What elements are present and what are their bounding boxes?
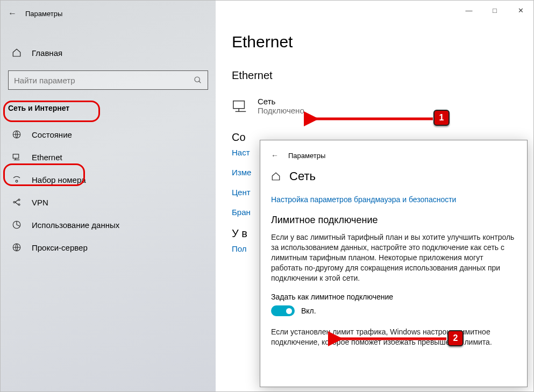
metered-note: Если установлен лимит трафика, Windows н…: [271, 327, 516, 347]
sidebar-nav: Состояние Ethernet Набор номера VPN: [1, 123, 216, 259]
sidebar-item-vpn[interactable]: VPN: [1, 191, 216, 213]
page-subtitle: Ethernet: [232, 69, 517, 82]
metered-toggle-state: Вкл.: [301, 307, 316, 315]
sidebar-item-ethernet[interactable]: Ethernet: [1, 146, 216, 168]
search-input[interactable]: [14, 76, 194, 85]
sidebar: ← Параметры Главная Сеть и Интернет Сост…: [1, 1, 216, 391]
svg-rect-14: [233, 101, 245, 109]
back-icon[interactable]: ←: [8, 9, 17, 18]
close-button[interactable]: ✕: [508, 1, 533, 20]
annotation-badge-1: 1: [433, 110, 450, 126]
network-popup: ← Параметры Сеть Настройка параметров бр…: [260, 140, 528, 387]
annotation-badge-2: 2: [447, 330, 464, 346]
metered-toggle-row: Вкл.: [271, 305, 516, 316]
sidebar-item-label: Состояние: [32, 130, 72, 139]
svg-point-7: [13, 202, 15, 203]
network-status: Подключено: [258, 106, 304, 115]
sidebar-home-label: Главная: [32, 48, 62, 58]
network-name: Сеть: [258, 97, 304, 106]
ethernet-icon: [11, 152, 22, 162]
sidebar-section-label: Сеть и Интернет: [1, 99, 77, 117]
sidebar-item-label: Использование данных: [32, 220, 119, 230]
svg-point-9: [18, 204, 20, 205]
svg-point-0: [195, 77, 200, 82]
monitor-icon: [232, 97, 250, 114]
globe-icon: [11, 130, 22, 139]
svg-line-1: [199, 81, 201, 83]
page-title: Ethernet: [232, 33, 517, 51]
dialup-icon: [11, 175, 22, 184]
sidebar-item-label: Ethernet: [32, 153, 62, 162]
minimize-button[interactable]: —: [456, 1, 482, 20]
search-input-container[interactable]: [8, 70, 208, 90]
metered-heading: Лимитное подключение: [271, 215, 516, 226]
proxy-icon: [11, 243, 22, 252]
svg-point-6: [16, 180, 18, 182]
svg-rect-3: [13, 154, 19, 159]
sidebar-home[interactable]: Главная: [1, 42, 216, 63]
maximize-button[interactable]: □: [482, 1, 508, 20]
network-item[interactable]: Сеть Подключено: [232, 97, 517, 115]
datausage-icon: [11, 220, 22, 230]
popup-crumb: Сеть: [271, 169, 516, 183]
sidebar-item-label: Прокси-сервер: [32, 243, 88, 252]
search-icon: [194, 76, 202, 84]
svg-line-11: [15, 202, 18, 205]
metered-toggle[interactable]: [271, 305, 295, 316]
sidebar-item-dialup[interactable]: Набор номера: [1, 168, 216, 191]
home-icon: [11, 48, 22, 58]
sidebar-item-proxy[interactable]: Прокси-сервер: [1, 236, 216, 259]
svg-line-10: [15, 200, 18, 203]
metered-description: Если у вас лимитный тарифный план и вы х…: [271, 232, 516, 283]
svg-point-8: [18, 199, 20, 201]
sidebar-item-datausage[interactable]: Использование данных: [1, 213, 216, 236]
window-controls: — □ ✕: [456, 1, 533, 20]
home-icon[interactable]: [271, 172, 281, 181]
metered-toggle-label: Задать как лимитное подключение: [271, 293, 516, 301]
popup-crumb-title: Сеть: [289, 169, 316, 183]
sidebar-item-label: Набор номера: [32, 175, 86, 184]
sidebar-item-status[interactable]: Состояние: [1, 123, 216, 146]
popup-title: Параметры: [288, 152, 325, 160]
popup-titlebar: ← Параметры: [271, 148, 516, 163]
window-title: Параметры: [25, 10, 62, 18]
sidebar-item-label: VPN: [32, 198, 48, 207]
titlebar-left: ← Параметры: [1, 4, 216, 23]
firewall-settings-link[interactable]: Настройка параметров брандмауэра и безоп…: [271, 195, 516, 204]
popup-back-icon[interactable]: ←: [271, 151, 279, 160]
vpn-icon: [11, 197, 22, 207]
